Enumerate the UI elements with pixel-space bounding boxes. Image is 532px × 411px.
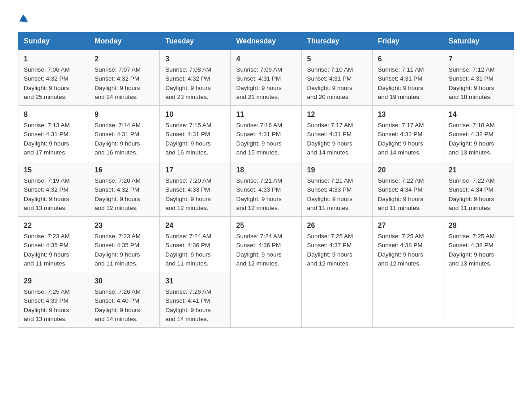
sunrise-info: Sunrise: 7:26 AM bbox=[165, 288, 211, 295]
sunset-info: Sunset: 4:32 PM bbox=[94, 186, 139, 193]
sunrise-info: Sunrise: 7:20 AM bbox=[94, 177, 141, 184]
column-header-thursday: Thursday bbox=[301, 33, 372, 50]
column-header-wednesday: Wednesday bbox=[231, 33, 301, 50]
day-number: 1 bbox=[24, 54, 83, 64]
sunset-info: Sunset: 4:31 PM bbox=[94, 131, 139, 137]
sunset-info: Sunset: 4:35 PM bbox=[94, 242, 139, 248]
day-number: 5 bbox=[307, 54, 367, 64]
sunrise-info: Sunrise: 7:22 AM bbox=[378, 177, 424, 184]
calendar-cell bbox=[372, 272, 443, 328]
daylight-info: Daylight: 9 hours bbox=[165, 307, 210, 313]
daylight-info: Daylight: 9 hours bbox=[165, 196, 210, 202]
daylight-info: Daylight: 9 hours bbox=[378, 251, 423, 258]
day-number: 30 bbox=[94, 276, 154, 287]
calendar-cell: 8Sunrise: 7:13 AMSunset: 4:31 PMDaylight… bbox=[18, 106, 89, 161]
day-number: 21 bbox=[449, 165, 508, 176]
daylight-info: Daylight: 9 hours bbox=[449, 196, 494, 202]
sunset-info: Sunset: 4:31 PM bbox=[236, 75, 281, 82]
calendar-cell: 19Sunrise: 7:21 AMSunset: 4:33 PMDayligh… bbox=[301, 161, 372, 217]
calendar-cell: 27Sunrise: 7:25 AMSunset: 4:38 PMDayligh… bbox=[372, 217, 443, 272]
daylight-info: Daylight: 9 hours bbox=[236, 140, 281, 147]
daylight-minutes: and 13 minutes. bbox=[24, 316, 67, 322]
sunset-info: Sunset: 4:33 PM bbox=[165, 186, 210, 193]
daylight-info: Daylight: 9 hours bbox=[236, 85, 281, 91]
calendar-cell: 23Sunrise: 7:23 AMSunset: 4:35 PMDayligh… bbox=[89, 217, 160, 272]
sunrise-info: Sunrise: 7:12 AM bbox=[449, 66, 495, 73]
day-number: 3 bbox=[165, 54, 225, 64]
sunset-info: Sunset: 4:32 PM bbox=[24, 186, 69, 193]
sunset-info: Sunset: 4:31 PM bbox=[24, 131, 69, 137]
daylight-minutes: and 18 minutes. bbox=[449, 94, 492, 100]
sunset-info: Sunset: 4:38 PM bbox=[449, 242, 493, 248]
sunrise-info: Sunrise: 7:15 AM bbox=[165, 122, 211, 128]
sunset-info: Sunset: 4:31 PM bbox=[165, 131, 210, 137]
sunset-info: Sunset: 4:34 PM bbox=[378, 186, 423, 193]
column-header-friday: Friday bbox=[372, 33, 443, 50]
daylight-info: Daylight: 9 hours bbox=[449, 140, 494, 147]
calendar-week-row: 22Sunrise: 7:23 AMSunset: 4:35 PMDayligh… bbox=[18, 217, 514, 272]
day-number: 2 bbox=[94, 54, 154, 64]
daylight-info: Daylight: 9 hours bbox=[165, 85, 210, 91]
day-number: 24 bbox=[165, 220, 225, 231]
calendar-week-row: 1Sunrise: 7:06 AMSunset: 4:32 PMDaylight… bbox=[18, 50, 514, 106]
sunset-info: Sunset: 4:33 PM bbox=[307, 186, 352, 193]
calendar-cell: 24Sunrise: 7:24 AMSunset: 4:36 PMDayligh… bbox=[160, 217, 231, 272]
column-header-sunday: Sunday bbox=[18, 33, 89, 50]
logo-flag-icon bbox=[18, 13, 28, 23]
day-number: 28 bbox=[449, 220, 508, 231]
calendar-cell bbox=[301, 272, 372, 328]
daylight-info: Daylight: 9 hours bbox=[378, 196, 423, 202]
daylight-minutes: and 12 minutes. bbox=[378, 260, 421, 267]
sunset-info: Sunset: 4:32 PM bbox=[449, 131, 493, 137]
sunrise-info: Sunrise: 7:10 AM bbox=[307, 66, 353, 73]
day-number: 14 bbox=[449, 109, 508, 120]
day-number: 26 bbox=[307, 220, 367, 231]
daylight-minutes: and 24 minutes. bbox=[94, 94, 137, 100]
calendar-cell: 28Sunrise: 7:25 AMSunset: 4:38 PMDayligh… bbox=[443, 217, 514, 272]
logo bbox=[18, 13, 29, 23]
calendar-cell bbox=[231, 272, 301, 328]
daylight-info: Daylight: 9 hours bbox=[307, 251, 352, 258]
daylight-minutes: and 11 minutes. bbox=[307, 205, 350, 211]
calendar-table: SundayMondayTuesdayWednesdayThursdayFrid… bbox=[18, 32, 514, 328]
daylight-minutes: and 11 minutes. bbox=[378, 205, 421, 211]
day-number: 18 bbox=[236, 165, 296, 176]
page-header bbox=[18, 13, 514, 23]
sunset-info: Sunset: 4:31 PM bbox=[307, 131, 352, 137]
day-number: 16 bbox=[94, 165, 154, 176]
daylight-info: Daylight: 9 hours bbox=[24, 85, 69, 91]
daylight-minutes: and 12 minutes. bbox=[307, 260, 350, 267]
sunrise-info: Sunrise: 7:07 AM bbox=[94, 66, 141, 73]
calendar-cell: 21Sunrise: 7:22 AMSunset: 4:34 PMDayligh… bbox=[443, 161, 514, 217]
day-number: 4 bbox=[236, 54, 296, 64]
calendar-cell: 7Sunrise: 7:12 AMSunset: 4:31 PMDaylight… bbox=[443, 50, 514, 106]
calendar-cell: 12Sunrise: 7:17 AMSunset: 4:31 PMDayligh… bbox=[301, 106, 372, 161]
day-number: 11 bbox=[236, 109, 296, 120]
sunrise-info: Sunrise: 7:17 AM bbox=[378, 122, 424, 128]
sunset-info: Sunset: 4:37 PM bbox=[307, 242, 352, 248]
sunset-info: Sunset: 4:35 PM bbox=[24, 242, 69, 248]
sunrise-info: Sunrise: 7:25 AM bbox=[449, 233, 495, 240]
daylight-minutes: and 16 minutes. bbox=[94, 149, 137, 156]
daylight-minutes: and 14 minutes. bbox=[94, 316, 137, 322]
sunset-info: Sunset: 4:36 PM bbox=[165, 242, 210, 248]
daylight-info: Daylight: 9 hours bbox=[94, 85, 140, 91]
calendar-cell: 15Sunrise: 7:19 AMSunset: 4:32 PMDayligh… bbox=[18, 161, 89, 217]
daylight-info: Daylight: 9 hours bbox=[24, 307, 69, 313]
sunrise-info: Sunrise: 7:25 AM bbox=[307, 233, 353, 240]
daylight-minutes: and 12 minutes. bbox=[165, 205, 208, 211]
day-number: 27 bbox=[378, 220, 438, 231]
daylight-minutes: and 13 minutes. bbox=[449, 149, 492, 156]
column-header-monday: Monday bbox=[89, 33, 160, 50]
calendar-cell: 31Sunrise: 7:26 AMSunset: 4:41 PMDayligh… bbox=[160, 272, 231, 328]
sunrise-info: Sunrise: 7:23 AM bbox=[24, 233, 70, 240]
daylight-info: Daylight: 9 hours bbox=[378, 140, 423, 147]
calendar-cell: 4Sunrise: 7:09 AMSunset: 4:31 PMDaylight… bbox=[231, 50, 301, 106]
day-number: 19 bbox=[307, 165, 367, 176]
calendar-cell: 29Sunrise: 7:25 AMSunset: 4:39 PMDayligh… bbox=[18, 272, 89, 328]
sunrise-info: Sunrise: 7:24 AM bbox=[236, 233, 282, 240]
daylight-info: Daylight: 9 hours bbox=[236, 251, 281, 258]
sunset-info: Sunset: 4:41 PM bbox=[165, 297, 210, 304]
calendar-cell bbox=[443, 272, 514, 328]
sunset-info: Sunset: 4:31 PM bbox=[378, 75, 423, 82]
